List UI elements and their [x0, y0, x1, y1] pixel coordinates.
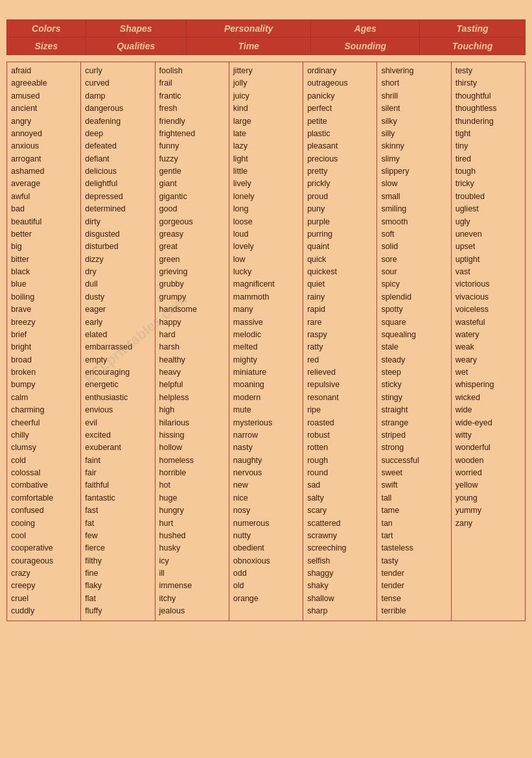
word-item: round — [307, 467, 373, 479]
word-item: wooden — [456, 455, 521, 467]
main-word-table: afraidagreeableamusedancientangryannoyed… — [6, 62, 526, 621]
word-item: tender — [381, 567, 446, 580]
word-item: arrogant — [11, 153, 76, 165]
word-item: wonderful — [456, 442, 521, 454]
word-item: pretty — [307, 165, 373, 178]
word-item: clumsy — [11, 442, 76, 454]
word-item: zany — [456, 517, 521, 530]
word-item: ashamed — [11, 165, 76, 178]
word-item: low — [233, 254, 299, 266]
word-column-4: jitteryjollyjuicykindlargelatelazylightl… — [229, 62, 303, 621]
word-item: harsh — [159, 341, 225, 353]
word-item: voiceless — [456, 303, 521, 316]
word-item: better — [11, 228, 76, 241]
page-title — [6, 6, 526, 19]
word-item: nosy — [233, 504, 299, 517]
word-item: outrageous — [307, 77, 373, 89]
word-item: small — [381, 191, 446, 203]
word-item: thundering — [456, 115, 521, 128]
word-item: blue — [11, 278, 76, 290]
word-item: embarrassed — [85, 341, 150, 353]
word-item: strange — [381, 417, 446, 429]
word-item: fat — [85, 517, 150, 530]
header-ages: Ages — [311, 20, 420, 38]
word-item: wasteful — [456, 316, 521, 329]
word-item: cool — [11, 530, 76, 542]
word-item: dizzy — [85, 254, 150, 266]
word-item: frail — [159, 77, 225, 89]
word-item: quick — [307, 254, 373, 266]
word-item: uptight — [456, 254, 521, 266]
word-item: square — [381, 316, 446, 329]
word-item: repulsive — [307, 379, 373, 391]
word-item: brave — [11, 303, 76, 316]
word-item: amused — [11, 90, 76, 102]
word-item: ill — [159, 567, 225, 580]
word-item: silly — [381, 128, 446, 140]
word-item: evil — [85, 417, 150, 429]
word-item: fantastic — [85, 492, 150, 504]
word-item: rough — [307, 455, 373, 467]
word-item: black — [11, 266, 76, 278]
word-item: empty — [85, 354, 150, 366]
word-item: magnificent — [233, 278, 299, 290]
word-item: shallow — [307, 593, 373, 605]
word-item: curly — [85, 65, 150, 77]
word-item: steady — [381, 354, 446, 366]
word-column-1: afraidagreeableamusedancientangryannoyed… — [7, 62, 81, 621]
word-item: rainy — [307, 291, 373, 303]
word-item: tasty — [381, 555, 446, 567]
word-item: funny — [159, 140, 225, 152]
word-item: bright — [11, 341, 76, 353]
word-item: nervous — [233, 467, 299, 479]
word-item: numerous — [233, 517, 299, 530]
word-item: strong — [381, 442, 446, 454]
word-item: loose — [233, 216, 299, 228]
word-item: huge — [159, 492, 225, 504]
word-item: cheerful — [11, 417, 76, 429]
word-item: immense — [159, 580, 225, 592]
word-item: late — [233, 128, 299, 140]
word-item: little — [233, 165, 299, 178]
word-item: light — [233, 153, 299, 165]
word-item: fresh — [159, 102, 225, 115]
header-tasting: Tasting — [420, 20, 526, 38]
word-item: fierce — [85, 542, 150, 554]
word-item: gigantic — [159, 191, 225, 203]
word-item: thirsty — [456, 77, 521, 89]
word-item: ordinary — [307, 65, 373, 77]
word-item: confused — [11, 504, 76, 517]
word-item: splendid — [381, 291, 446, 303]
word-item: silky — [381, 115, 446, 128]
word-item: sharp — [307, 605, 373, 617]
word-item: kind — [233, 102, 299, 115]
word-item: shaggy — [307, 567, 373, 580]
word-item: combative — [11, 479, 76, 492]
word-item: victorious — [456, 278, 521, 290]
word-item: flat — [85, 593, 150, 605]
word-item: fine — [85, 567, 150, 580]
word-item: frightened — [159, 128, 225, 140]
word-item: wide-eyed — [456, 417, 521, 429]
word-item: yellow — [456, 479, 521, 492]
word-item: short — [381, 77, 446, 89]
header-sizes: Sizes — [7, 38, 86, 55]
word-item: crazy — [11, 567, 76, 580]
word-item: friendly — [159, 115, 225, 128]
header-table: Colors Shapes Personality Ages Tasting S… — [6, 19, 526, 55]
word-item: steep — [381, 366, 446, 379]
word-item: moaning — [233, 379, 299, 391]
word-column-6: shiveringshortshrillsilentsilkysillyskin… — [377, 62, 451, 621]
word-item: roasted — [307, 417, 373, 429]
word-item: witty — [456, 429, 521, 442]
word-item: giant — [159, 178, 225, 190]
word-item: foolish — [159, 65, 225, 77]
word-item: gorgeous — [159, 216, 225, 228]
word-item: deep — [85, 128, 150, 140]
word-item: damp — [85, 90, 150, 102]
word-item: beautiful — [11, 216, 76, 228]
word-column-3: foolishfrailfranticfreshfriendlyfrighten… — [155, 62, 229, 621]
word-item: bad — [11, 203, 76, 215]
word-item: broad — [11, 354, 76, 366]
word-item: sweet — [381, 467, 446, 479]
